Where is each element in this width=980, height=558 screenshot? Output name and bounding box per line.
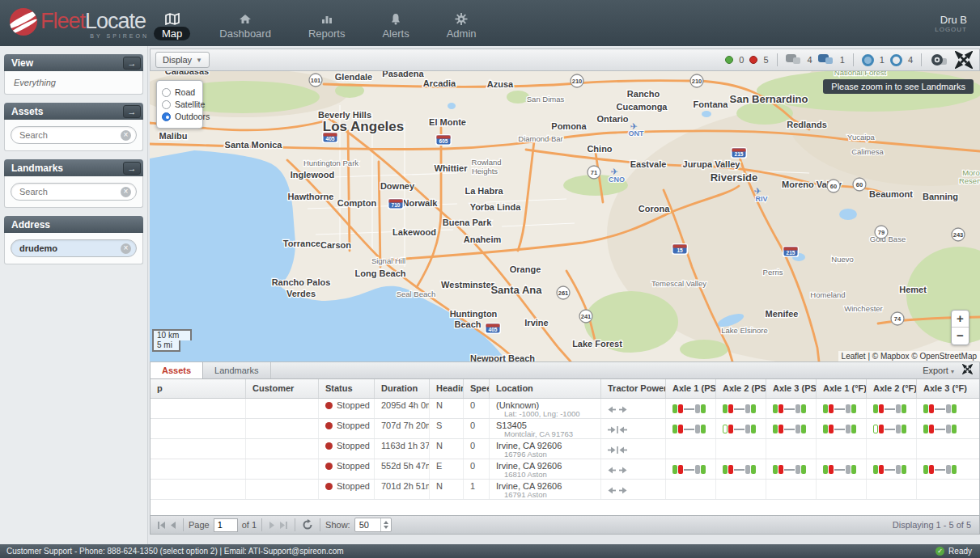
map-canvas[interactable]: CalabasasGlendalePasadenaArcadiaAzusaSan… — [150, 71, 980, 361]
landmarks-search-clear-icon[interactable]: × — [121, 187, 131, 197]
cluster-blue-icon[interactable] — [818, 54, 834, 66]
assets-panel-expand-arrow-icon[interactable]: → — [123, 105, 141, 118]
map-place-label: Yorba Linda — [470, 202, 522, 212]
landmarks-search-input[interactable] — [19, 187, 121, 197]
column-header-axle3-psi[interactable]: Axle 3 (PSI) — [766, 379, 817, 398]
logo-text-fleet: Fleet — [40, 9, 85, 34]
route-shield: 60 — [853, 178, 866, 191]
view-panel-expand-arrow-icon[interactable]: → — [123, 57, 141, 70]
assets-search-input[interactable] — [19, 130, 121, 140]
layer-option-road[interactable]: Road — [162, 87, 197, 97]
axle-indicator — [723, 404, 756, 413]
svg-text:74: 74 — [894, 315, 902, 323]
asset-status-green-icon[interactable] — [725, 56, 733, 64]
map-place-label: Inglewood — [291, 170, 334, 180]
axle-indicator — [923, 425, 957, 433]
address-clear-icon[interactable]: × — [121, 243, 131, 254]
fullscreen-expand-icon[interactable] — [955, 51, 973, 69]
map-place-label: Yucaipa — [847, 133, 876, 142]
refresh-icon[interactable] — [302, 519, 313, 531]
spireon-logo-icon — [10, 8, 37, 36]
interstate-shield: 215 — [783, 246, 799, 257]
layer-option-satellite[interactable]: Satellite — [162, 99, 197, 109]
radio-outdoors-icon[interactable] — [162, 112, 171, 121]
radio-satellite-icon[interactable] — [162, 100, 171, 109]
nav-item-reports[interactable]: Reports — [300, 6, 354, 40]
table-row[interactable]: Stopped707d 7h 20mS0S13405Montclair, CA … — [151, 419, 979, 439]
route-shield: 241 — [579, 310, 592, 323]
tab-landmarks[interactable]: Landmarks — [203, 362, 270, 378]
column-header-axle2-f[interactable]: Axle 2 (°F) — [867, 379, 917, 398]
fleetlocate-logo[interactable]: Fleet Locate BY SPIREON — [10, 8, 149, 39]
locate-target-icon[interactable] — [930, 53, 949, 67]
asset-status-red-icon[interactable] — [749, 56, 757, 64]
map-place-label: Calabasas — [165, 71, 209, 76]
logout-link[interactable]: LOGOUT — [935, 26, 967, 33]
export-button[interactable]: Export ▾ — [923, 366, 954, 375]
cell-heading: E — [430, 459, 464, 479]
first-page-button[interactable] — [157, 521, 166, 530]
nav-item-map[interactable]: Map — [154, 6, 190, 40]
landmarks-panel-expand-arrow-icon[interactable]: → — [123, 162, 141, 175]
spinner-arrows-icon[interactable] — [380, 518, 391, 531]
column-header-axle2-psi[interactable]: Axle 2 (PSI) — [716, 379, 766, 398]
nav-item-dashboard[interactable]: Dashboard — [211, 6, 279, 40]
column-header-name[interactable]: p — [151, 379, 246, 398]
column-header-axle1-psi[interactable]: Axle 1 (PSI) — [666, 379, 716, 398]
grid-collapse-icon[interactable] — [962, 363, 973, 378]
map-place-label: Perris — [763, 268, 783, 277]
table-row[interactable]: Stopped552d 5h 47mE0Irvine, CA 926061681… — [151, 459, 979, 480]
map-zoom-control: + − — [951, 310, 969, 345]
map-attribution[interactable]: Leaflet | © Mapbox © OpenStreetMap — [838, 351, 980, 361]
user-name[interactable]: Dru B — [935, 14, 967, 26]
cell-axle3-f — [917, 419, 979, 438]
map-place-label: Fontana — [694, 99, 729, 109]
landmark-filled-icon[interactable] — [862, 54, 874, 66]
tab-assets[interactable]: Assets — [151, 362, 203, 378]
view-selected-value[interactable]: Everything — [11, 78, 137, 87]
map-place-label: Hawthorne — [288, 192, 334, 201]
layer-option-outdoors[interactable]: Outdoors — [162, 112, 197, 121]
axle-indicator — [823, 404, 856, 413]
column-header-axle3-f[interactable]: Axle 3 (°F) — [917, 379, 979, 398]
export-label: Export — [923, 366, 948, 375]
column-header-duration[interactable]: Duration — [375, 379, 430, 398]
displaying-summary: Displaying 1 - 5 of 5 — [893, 520, 971, 530]
landmark-ring-icon[interactable] — [890, 54, 902, 66]
display-dropdown-button[interactable]: Display ▼ — [155, 52, 210, 68]
column-header-tractor-power[interactable]: Tractor Power — [601, 379, 666, 398]
table-row[interactable]: Stopped701d 2h 51mN1Irvine, CA 926061679… — [151, 480, 979, 500]
nav-item-admin[interactable]: Admin — [439, 6, 485, 40]
cell-location: Irvine, CA 9260616796 Aston — [490, 439, 601, 459]
prev-page-button[interactable] — [169, 521, 176, 530]
radio-road-icon[interactable] — [162, 88, 171, 97]
column-header-speed[interactable]: Speed — [464, 379, 490, 398]
cell-axle2-f — [867, 480, 917, 499]
cluster-gray-icon[interactable] — [786, 54, 802, 66]
column-header-heading[interactable]: Heading — [430, 379, 464, 398]
map-place-label: Reserv — [959, 176, 980, 185]
cell-duration: 2095d 4h 0m — [375, 399, 430, 418]
last-page-button[interactable] — [279, 521, 288, 530]
pagination-separator — [261, 518, 262, 531]
page-size-select[interactable]: 50 — [354, 518, 392, 532]
column-header-status[interactable]: Status — [319, 379, 375, 398]
interstate-shield: 215 — [731, 147, 747, 159]
axle-indicator — [672, 425, 706, 433]
address-input[interactable] — [19, 243, 121, 253]
page-of-label: of 1 — [242, 520, 257, 530]
column-header-customer[interactable]: Customer — [246, 379, 319, 398]
nav-item-alerts[interactable]: Alerts — [374, 6, 417, 40]
page-number-input[interactable] — [214, 518, 238, 532]
column-header-axle1-f[interactable]: Axle 1 (°F) — [817, 379, 867, 398]
logo-text-locate: Locate — [85, 9, 146, 34]
column-header-location[interactable]: Location — [490, 379, 601, 398]
table-row[interactable]: Stopped1163d 1h 37mN0Irvine, CA 92606167… — [151, 439, 979, 459]
zoom-in-button[interactable]: + — [952, 311, 969, 328]
cell-axle3-psi — [766, 399, 817, 418]
zoom-out-button[interactable]: − — [952, 328, 969, 345]
assets-search-clear-icon[interactable]: × — [121, 130, 131, 141]
table-row[interactable]: Stopped2095d 4h 0mN0(Unknown)Lat: -1000,… — [151, 399, 979, 419]
cell-axle3-f — [917, 459, 979, 479]
next-page-button[interactable] — [269, 521, 276, 530]
